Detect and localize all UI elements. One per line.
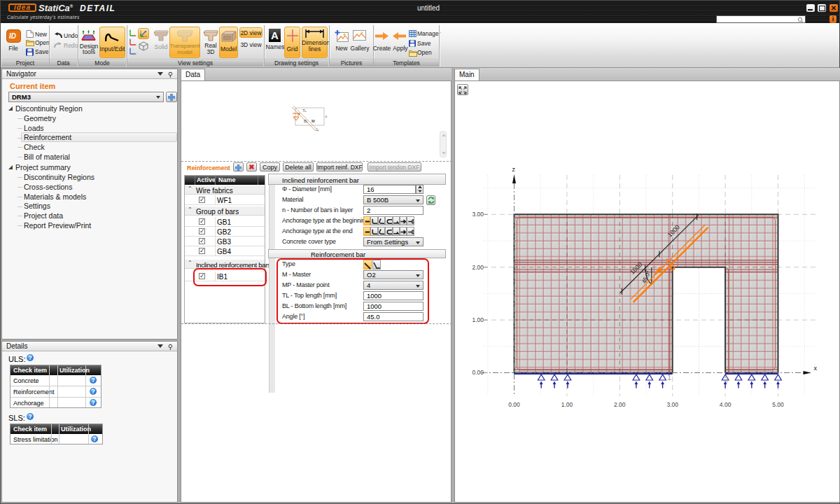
svg-text:1.00: 1.00 xyxy=(472,316,484,323)
svg-text:M: M xyxy=(312,119,315,123)
svg-text:5.00: 5.00 xyxy=(772,401,784,408)
svg-text:a: a xyxy=(326,115,328,118)
svg-text:z: z xyxy=(512,166,516,173)
svg-text:3: 3 xyxy=(727,258,732,266)
svg-text:0.00: 0.00 xyxy=(508,401,520,408)
svg-text:2.00: 2.00 xyxy=(472,264,484,271)
svg-text:x: x xyxy=(814,365,818,372)
svg-text:1: 1 xyxy=(667,373,671,382)
svg-text:3.00: 3.00 xyxy=(472,211,484,218)
svg-text:BL: BL xyxy=(304,119,308,123)
svg-text:ID: ID xyxy=(9,32,16,40)
svg-text:3.00: 3.00 xyxy=(666,401,678,408)
svg-text:α: α xyxy=(298,112,300,116)
svg-text:1.00: 1.00 xyxy=(561,401,573,408)
svg-text:0.00: 0.00 xyxy=(472,369,484,376)
svg-text:TL: TL xyxy=(302,108,307,113)
svg-text:2.00: 2.00 xyxy=(614,401,626,408)
svg-text:4.00: 4.00 xyxy=(720,401,732,408)
svg-text:2: 2 xyxy=(724,375,729,384)
